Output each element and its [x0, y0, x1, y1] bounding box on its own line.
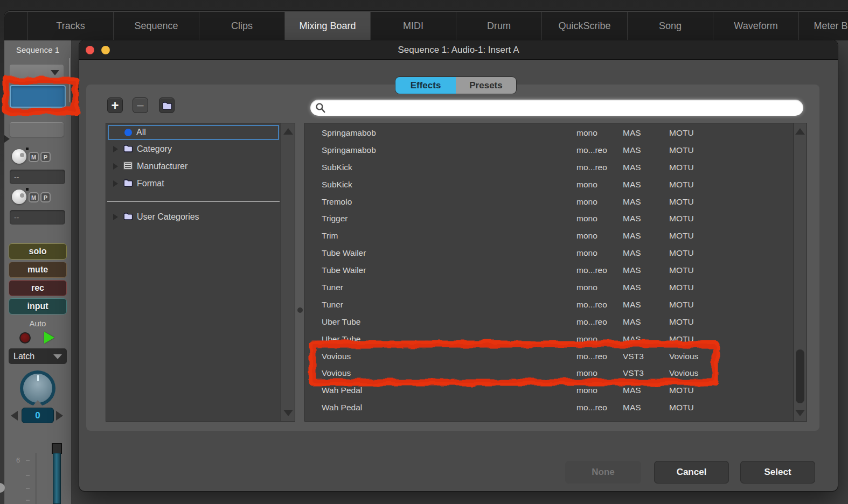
add-button[interactable]: +	[107, 97, 123, 113]
plugin-vendor: MOTU	[669, 128, 788, 138]
plugin-channel-mode: mono	[576, 368, 623, 378]
view-tab[interactable]: Drum	[456, 12, 541, 40]
plugin-channel-mode: mo...reo	[576, 352, 623, 361]
plugin-row[interactable]: Wah Pedal mono MAS MOTU	[305, 382, 793, 399]
output-dropdown[interactable]	[10, 65, 64, 79]
plugin-row[interactable]: Tremolo mono MAS MOTU	[305, 193, 793, 211]
pan-value-field[interactable]: 0	[22, 408, 54, 423]
mute-send-button-1[interactable]: M	[29, 152, 39, 162]
send-knob-1[interactable]	[12, 149, 26, 164]
send-knob-2[interactable]	[12, 190, 26, 204]
dialog-tab[interactable]: Effects	[395, 77, 456, 94]
send-assignment-2[interactable]: --	[10, 210, 65, 225]
automation-play-icon[interactable]	[44, 332, 54, 344]
automation-record-icon[interactable]	[19, 332, 31, 344]
plugin-row[interactable]: SubKick mono MAS MOTU	[305, 176, 793, 193]
scroll-up-icon[interactable]	[283, 128, 293, 135]
disclosure-triangle-icon[interactable]	[113, 163, 118, 170]
plugin-row[interactable]: Tube Wailer mono MAS MOTU	[305, 244, 793, 262]
new-folder-button[interactable]	[159, 97, 175, 113]
pane-splitter-handle[interactable]	[297, 307, 303, 313]
pan-knob[interactable]	[20, 370, 55, 406]
scroll-up-icon[interactable]	[795, 128, 805, 135]
view-tab[interactable]: Meter Bridge	[798, 12, 848, 40]
close-button[interactable]	[86, 46, 94, 54]
send-assignment-1[interactable]: --	[10, 170, 65, 184]
pre-post-button-2[interactable]: P	[40, 192, 51, 202]
plugin-format: MAS	[623, 300, 669, 310]
plugin-row[interactable]: Tuner mono MAS MOTU	[305, 279, 793, 296]
plugin-row[interactable]: Tuner mo...reo MAS MOTU	[305, 296, 793, 313]
scroll-down-icon[interactable]	[795, 410, 805, 416]
pan-decrement-arrow[interactable]	[11, 411, 18, 421]
insert-dialog: Sequence 1: Audio-1: Insert A Effects Pr…	[79, 40, 838, 491]
dialog-titlebar[interactable]: Sequence 1: Audio-1: Insert A	[79, 40, 838, 60]
pre-post-button-1[interactable]: P	[40, 152, 51, 162]
cancel-button[interactable]: Cancel	[654, 461, 729, 484]
input-button[interactable]: input	[9, 298, 67, 314]
plugin-format: MAS	[623, 403, 669, 412]
tree-item[interactable]: Manufacturer	[106, 158, 281, 175]
scrollbar-thumb[interactable]	[796, 349, 804, 403]
plugin-row[interactable]: Uber Tube mono MAS MOTU	[305, 331, 793, 348]
plugin-row[interactable]: Wah Pedal mo...reo MAS MOTU	[305, 399, 793, 416]
plugin-name: SubKick	[322, 163, 576, 172]
disclosure-triangle-icon[interactable]	[113, 146, 118, 152]
plugin-row[interactable]: Trigger mono MAS MOTU	[305, 210, 793, 227]
disclosure-triangle-icon[interactable]	[113, 180, 118, 187]
empty-slot[interactable]	[10, 122, 64, 137]
view-tab[interactable]: MIDI	[370, 12, 456, 40]
plugin-row[interactable]: Springamabob mono MAS MOTU	[305, 124, 793, 142]
view-tab[interactable]: Sequence	[113, 12, 199, 40]
plugin-row[interactable]: Vovious mono VST3 Vovious	[305, 365, 793, 382]
record-button[interactable]: rec	[9, 280, 67, 296]
view-tab[interactable]: Song	[627, 12, 713, 40]
plugin-row[interactable]: SubKick mo...reo MAS MOTU	[305, 159, 793, 176]
fader-cap[interactable]	[52, 443, 62, 454]
search-box[interactable]	[310, 100, 803, 116]
dialog-title: Sequence 1: Audio-1: Insert A	[79, 40, 838, 59]
select-button[interactable]: Select	[740, 461, 815, 484]
tree-scrollbar[interactable]	[281, 123, 295, 421]
remove-button[interactable]: −	[133, 97, 148, 113]
dialog-tab[interactable]: Presets	[456, 77, 516, 94]
category-tree: All Category	[106, 123, 281, 421]
highlighted-patch-box[interactable]	[10, 85, 66, 108]
tree-item[interactable]	[107, 201, 280, 202]
mute-button[interactable]: mute	[9, 262, 67, 278]
plugin-row[interactable]: Trim mono MAS MOTU	[305, 227, 793, 244]
expand-triangle-icon[interactable]	[4, 135, 10, 143]
volume-fader[interactable]	[52, 443, 62, 504]
plugin-name: Trigger	[322, 214, 576, 223]
view-tab[interactable]: Clips	[199, 12, 284, 40]
plugin-channel-mode: mono	[576, 214, 623, 223]
mute-send-button-2[interactable]: M	[29, 192, 39, 202]
disclosure-triangle-icon[interactable]	[113, 214, 118, 220]
plugin-format: MAS	[623, 248, 669, 258]
view-tab[interactable]: Tracks	[27, 12, 113, 40]
view-tab[interactable]: QuickScribe	[541, 12, 627, 40]
sidebar-scrollbar[interactable]	[69, 58, 70, 102]
scroll-down-icon[interactable]	[283, 410, 293, 416]
view-tab[interactable]: Mixing Board	[284, 12, 370, 40]
plugin-name: Springamabob	[322, 145, 576, 155]
chevron-down-icon	[51, 70, 59, 75]
tree-item[interactable]: Category	[106, 141, 281, 158]
plugin-list: Springamabob mono MAS MOTU Springamabob …	[305, 124, 793, 421]
view-tab[interactable]: Waveform	[713, 12, 798, 40]
plugin-row[interactable]: Uber Tube mo...reo MAS MOTU	[305, 313, 793, 331]
minimize-button[interactable]	[101, 46, 110, 54]
plugin-row[interactable]: Springamabob mo...reo MAS MOTU	[305, 142, 793, 159]
plugin-row[interactable]: Tube Wailer mo...reo MAS MOTU	[305, 262, 793, 279]
solo-button[interactable]: solo	[9, 243, 67, 260]
plugin-list-scrollbar[interactable]	[793, 123, 807, 421]
plugin-channel-mode: mo...reo	[576, 163, 623, 172]
tree-item[interactable]: User Categories	[106, 208, 281, 226]
none-button[interactable]: None	[565, 461, 641, 484]
automation-mode-dropdown[interactable]: Latch	[9, 348, 67, 364]
search-input[interactable]	[326, 101, 803, 114]
pan-increment-arrow[interactable]	[56, 411, 63, 421]
tree-item[interactable]: All	[108, 125, 279, 140]
tree-item[interactable]: Format	[106, 175, 281, 192]
plugin-row[interactable]: Vovious mo...reo VST3 Vovious	[305, 348, 793, 365]
